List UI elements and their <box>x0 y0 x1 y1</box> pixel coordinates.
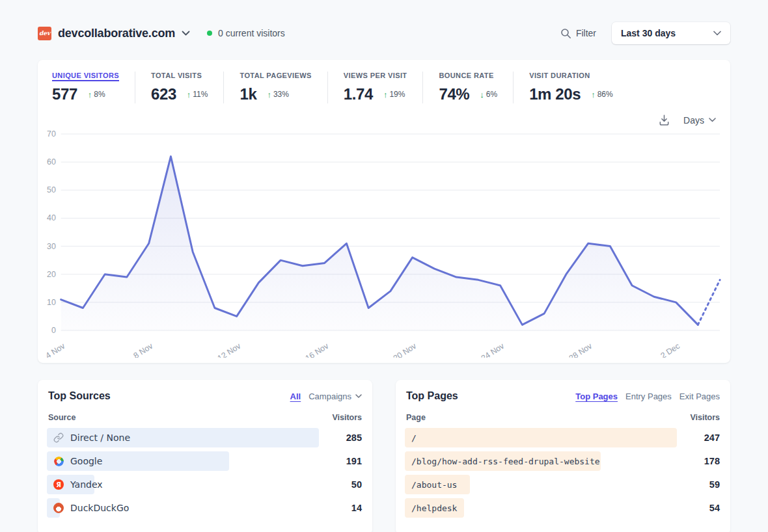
pages-col-value: Visitors <box>690 413 720 422</box>
row-label[interactable]: Google <box>47 456 102 466</box>
row-label-text: Yandex <box>70 479 103 490</box>
sources-list: Direct / None285Google191ЯYandex50DuckDu… <box>47 428 363 518</box>
site-name[interactable]: devcollaborative.com <box>58 27 175 40</box>
sources-tab-all[interactable]: All <box>290 392 301 401</box>
stat-visit-duration[interactable]: VISIT DURATION1m 20s↑86% <box>513 72 629 103</box>
page-row[interactable]: /247 <box>405 428 721 447</box>
interval-dropdown[interactable]: Days <box>683 115 716 126</box>
stat-label[interactable]: UNIQUE VISITORS <box>52 72 119 79</box>
top-pages-panel: Top Pages Top PagesEntry PagesExit Pages… <box>396 380 730 532</box>
row-value: 178 <box>704 456 721 466</box>
row-label[interactable]: /about-us <box>405 480 457 490</box>
x-axis-tick: 8 Nov <box>132 341 155 358</box>
y-axis-tick: 0 <box>51 326 56 335</box>
arrow-up-icon: ↑ <box>591 90 596 100</box>
stat-label[interactable]: TOTAL VISITS <box>151 72 208 79</box>
row-label[interactable]: Direct / None <box>47 432 130 443</box>
stat-label[interactable]: VIEWS PER VISIT <box>344 72 407 79</box>
stat-value: 1.74 <box>344 85 373 103</box>
stat-value: 1k <box>240 85 256 103</box>
stat-views-per-visit[interactable]: VIEWS PER VISIT1.74↑19% <box>327 72 423 103</box>
pages-list: /247/blog/how-add-rss-feed-drupal-websit… <box>405 428 721 518</box>
sources-col-value: Visitors <box>332 413 362 422</box>
filter-button[interactable]: Filter <box>560 28 596 39</box>
x-axis-tick: 2 Dec <box>659 341 682 358</box>
search-icon <box>560 28 571 39</box>
y-axis-tick: 50 <box>47 185 56 194</box>
stat-label[interactable]: TOTAL PAGEVIEWS <box>240 72 311 79</box>
date-range-picker[interactable]: Last 30 days <box>612 22 730 44</box>
yandex-icon: Я <box>53 479 64 490</box>
stat-bounce-rate[interactable]: BOUNCE RATE74%↓6% <box>422 72 513 103</box>
stat-total-visits[interactable]: TOTAL VISITS623↑11% <box>135 72 223 103</box>
stat-change-percent: 8% <box>94 90 105 99</box>
arrow-up-icon: ↑ <box>267 90 271 100</box>
stat-change-percent: 86% <box>597 90 613 99</box>
pages-tab-exit-pages[interactable]: Exit Pages <box>679 392 720 401</box>
stat-unique-visitors[interactable]: UNIQUE VISITORS577↑8% <box>51 72 135 103</box>
row-label-text: DuckDuckGo <box>70 503 129 513</box>
stat-change: ↑86% <box>591 90 613 100</box>
stats-row: UNIQUE VISITORS577↑8%TOTAL VISITS623↑11%… <box>38 60 730 106</box>
row-label[interactable]: DuckDuckGo <box>47 503 129 513</box>
row-label-text: Direct / None <box>70 432 130 443</box>
y-axis-tick: 30 <box>47 242 56 251</box>
stat-value: 577 <box>52 85 77 103</box>
download-icon[interactable] <box>658 114 670 126</box>
link-icon <box>53 432 64 443</box>
duckduckgo-icon <box>53 503 64 513</box>
arrow-up-icon: ↑ <box>383 90 388 100</box>
current-visitors[interactable]: 0 current visitors <box>207 28 285 38</box>
date-range-label: Last 30 days <box>621 28 676 38</box>
top-pages-title: Top Pages <box>406 390 458 402</box>
page-row[interactable]: /helpdesk54 <box>405 498 721 518</box>
x-axis-tick: 24 Nov <box>480 341 506 358</box>
y-axis-tick: 10 <box>47 298 56 307</box>
row-label-text: Google <box>70 456 102 466</box>
page-row[interactable]: /about-us59 <box>405 475 721 494</box>
pages-tab-top-pages[interactable]: Top Pages <box>575 392 618 401</box>
y-axis-tick: 20 <box>47 270 56 279</box>
source-row[interactable]: Direct / None285 <box>47 428 363 447</box>
stat-total-pageviews[interactable]: TOTAL PAGEVIEWS1k↑33% <box>223 72 327 103</box>
chart-area-fill <box>61 157 698 330</box>
analytics-card: UNIQUE VISITORS577↑8%TOTAL VISITS623↑11%… <box>38 60 730 363</box>
source-row[interactable]: ЯYandex50 <box>47 475 363 494</box>
stat-value: 74% <box>439 85 469 103</box>
row-label-text: /about-us <box>411 480 457 490</box>
pages-col-name: Page <box>406 413 426 422</box>
source-row[interactable]: DuckDuckGo14 <box>47 498 363 518</box>
live-dot-icon <box>207 31 212 36</box>
row-label[interactable]: /helpdesk <box>405 503 457 513</box>
row-value: 50 <box>351 479 363 490</box>
stat-value: 623 <box>151 85 176 103</box>
row-label[interactable]: / <box>405 433 417 443</box>
stat-change: ↑19% <box>383 90 405 100</box>
visitors-chart: 0102030405060704 Nov8 Nov12 Nov16 Nov20 … <box>38 127 730 363</box>
google-icon <box>53 456 64 466</box>
stat-change-percent: 33% <box>273 90 289 99</box>
stat-change: ↓6% <box>480 90 497 100</box>
row-label[interactable]: /blog/how-add-rss-feed-drupal-website <box>405 457 600 466</box>
site-chevron-down-icon[interactable] <box>182 31 190 36</box>
sources-tab-campaigns[interactable]: Campaigns <box>309 392 362 401</box>
row-value: 54 <box>709 503 721 513</box>
chevron-down-icon <box>709 118 716 122</box>
top-sources-title: Top Sources <box>48 390 111 402</box>
arrow-up-icon: ↑ <box>187 90 191 100</box>
row-value: 14 <box>351 503 363 513</box>
stat-change: ↑11% <box>187 90 208 100</box>
row-label-text: /blog/how-add-rss-feed-drupal-website <box>411 457 600 466</box>
y-axis-tick: 70 <box>47 129 56 139</box>
row-label[interactable]: ЯYandex <box>47 479 103 490</box>
pages-tab-entry-pages[interactable]: Entry Pages <box>625 392 672 401</box>
chart-controls: Days <box>38 106 730 127</box>
x-axis-tick: 28 Nov <box>568 341 594 358</box>
row-value: 191 <box>346 456 363 466</box>
source-row[interactable]: Google191 <box>47 451 363 471</box>
stat-change-percent: 19% <box>389 90 405 99</box>
stat-label[interactable]: BOUNCE RATE <box>439 72 497 79</box>
stat-change: ↑8% <box>88 90 105 100</box>
stat-label[interactable]: VISIT DURATION <box>529 72 613 79</box>
page-row[interactable]: /blog/how-add-rss-feed-drupal-website178 <box>405 451 721 471</box>
